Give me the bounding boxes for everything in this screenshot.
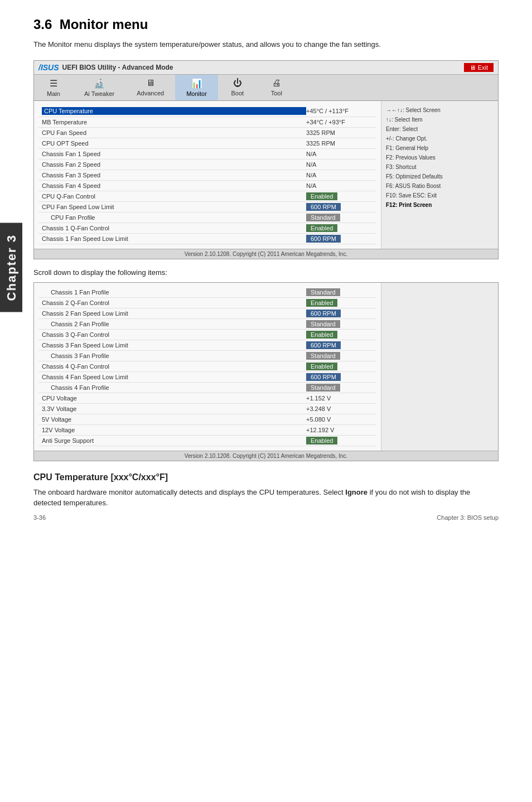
menu-row-cpu-opt[interactable]: CPU OPT Speed 3325 RPM xyxy=(38,138,376,149)
c3-profile-value: Standard xyxy=(306,352,373,359)
c2-low-label: Chassis 2 Fan Speed Low Limit xyxy=(42,310,306,317)
c3-low-value: 600 RPM xyxy=(306,342,373,349)
chassis1-label: Chassis Fan 1 Speed xyxy=(42,151,306,157)
menu-row-c4-profile[interactable]: Chassis 4 Fan Profile Standard xyxy=(38,383,376,393)
menu-row-cpu-fan-low[interactable]: CPU Fan Speed Low Limit 600 RPM xyxy=(38,202,376,212)
menu-row-5v[interactable]: 5V Voltage +5.080 V xyxy=(38,414,376,425)
bios-shortcuts: →←↑↓: Select Screen ↑↓: Select Item Ente… xyxy=(386,105,494,210)
menu-row-c3-profile[interactable]: Chassis 3 Fan Profile Standard xyxy=(38,351,376,361)
nav-tool[interactable]: 🖨 Tool xyxy=(257,75,296,100)
chassis3-label: Chassis Fan 3 Speed xyxy=(42,172,306,178)
c4-qfan-value: Enabled xyxy=(306,363,373,370)
menu-row-chassis2[interactable]: Chassis Fan 2 Speed N/A xyxy=(38,160,376,170)
chapter-label: Chapter xyxy=(4,247,18,301)
bios-exit-button[interactable]: 🖥 Exit xyxy=(464,63,494,72)
chapter-ref: Chapter 3: BIOS setup xyxy=(437,514,499,521)
shortcut-ud: ↑↓: Select Item xyxy=(386,115,494,124)
cpu-fan-profile-value: Standard xyxy=(306,214,373,221)
cpu-fan-low-label: CPU Fan Speed Low Limit xyxy=(42,204,306,210)
chassis1-value: N/A xyxy=(306,151,373,157)
chassis1-low-badge: 600 RPM xyxy=(306,235,341,243)
cpu-temp-value: +45°C / +113°F xyxy=(306,108,373,114)
menu-row-12v[interactable]: 12V Voltage +12.192 V xyxy=(38,425,376,436)
cpu-opt-value: 3325 RPM xyxy=(306,140,373,147)
chassis2-value: N/A xyxy=(306,161,373,168)
cpu-fan-value: 3325 RPM xyxy=(306,129,373,136)
nav-advanced[interactable]: 🖥 Advanced xyxy=(125,75,175,100)
shortcut-f3: F3: Shortcut xyxy=(386,162,494,172)
cpu-temp-desc-text: The onboard hardware monitor automatical… xyxy=(33,488,345,496)
menu-row-chassis1-qfan[interactable]: Chassis 1 Q-Fan Control Enabled xyxy=(38,223,376,234)
nav-monitor[interactable]: 📊 Monitor xyxy=(175,75,218,100)
menu-row-cpu-temp[interactable]: CPU Temperature +45°C / +113°F xyxy=(38,105,376,117)
chassis1-qfan-value: Enabled xyxy=(306,225,373,231)
chapter-number: 3 xyxy=(4,234,18,242)
5v-label: 5V Voltage xyxy=(42,416,306,423)
page-footer: 3-36 Chapter 3: BIOS setup xyxy=(33,514,499,521)
nav-advanced-label: Advanced xyxy=(137,90,164,96)
cpu-fan-low-value: 600 RPM xyxy=(306,204,373,210)
nav-ai-tweaker[interactable]: 🔬 Ai Tweaker xyxy=(73,75,125,100)
c2-low-value: 600 RPM xyxy=(306,310,373,317)
bios-side-panel-1: →←↑↓: Select Screen ↑↓: Select Item Ente… xyxy=(381,101,498,249)
shortcut-f2: F2: Previous Values xyxy=(386,153,494,162)
cpu-qfan-label: CPU Q-Fan Control xyxy=(42,193,306,200)
menu-row-chassis1[interactable]: Chassis Fan 1 Speed N/A xyxy=(38,149,376,160)
menu-row-c2-qfan[interactable]: Chassis 2 Q-Fan Control Enabled xyxy=(38,298,376,308)
nav-monitor-label: Monitor xyxy=(186,90,207,97)
menu-row-c1-profile[interactable]: Chassis 1 Fan Profile Standard xyxy=(38,287,376,298)
chassis1-low-label: Chassis 1 Fan Speed Low Limit xyxy=(42,235,306,242)
menu-row-chassis1-low[interactable]: Chassis 1 Fan Speed Low Limit 600 RPM xyxy=(38,234,376,244)
menu-row-chassis4[interactable]: Chassis Fan 4 Speed N/A xyxy=(38,181,376,191)
chassis2-label: Chassis Fan 2 Speed xyxy=(42,161,306,168)
chassis3-value: N/A xyxy=(306,172,373,178)
bios-main-panel-2: Chassis 1 Fan Profile Standard Chassis 2… xyxy=(34,283,381,451)
c3-low-label: Chassis 3 Fan Speed Low Limit xyxy=(42,342,306,349)
menu-row-mb-temp[interactable]: MB Temperature +34°C / +93°F xyxy=(38,117,376,128)
c3-qfan-value: Enabled xyxy=(306,331,373,338)
cpu-temp-ignore: Ignore xyxy=(345,488,367,496)
c3-profile-badge: Standard xyxy=(306,352,340,360)
bios-nav: ☰ Main 🔬 Ai Tweaker 🖥 Advanced 📊 Monitor… xyxy=(34,75,498,101)
nav-main[interactable]: ☰ Main xyxy=(34,75,73,100)
bios-footer-2: Version 2.10.1208. Copyright (C) 2011 Am… xyxy=(34,451,498,461)
section-title: 3.6 Monitor menu xyxy=(33,17,499,32)
33v-label: 3.3V Voltage xyxy=(42,405,306,412)
section-description: The Monitor menu displays the system tem… xyxy=(33,39,499,50)
c3-low-badge: 600 RPM xyxy=(306,341,341,349)
tool-icon: 🖨 xyxy=(272,78,281,88)
mb-temp-value: +34°C / +93°F xyxy=(306,119,373,125)
menu-row-33v[interactable]: 3.3V Voltage +3.248 V xyxy=(38,404,376,414)
nav-boot[interactable]: ⏻ Boot xyxy=(218,75,257,100)
menu-row-c2-low[interactable]: Chassis 2 Fan Speed Low Limit 600 RPM xyxy=(38,308,376,319)
cpu-fan-profile-label: CPU Fan Profile xyxy=(42,214,306,221)
exit-icon: 🖥 xyxy=(470,64,476,71)
menu-row-c3-low[interactable]: Chassis 3 Fan Speed Low Limit 600 RPM xyxy=(38,340,376,351)
nav-ai-tweaker-label: Ai Tweaker xyxy=(84,90,114,97)
shortcut-f5: F5: Optimized Defaults xyxy=(386,172,494,181)
menu-row-c3-qfan[interactable]: Chassis 3 Q-Fan Control Enabled xyxy=(38,330,376,340)
menu-row-c4-qfan[interactable]: Chassis 4 Q-Fan Control Enabled xyxy=(38,361,376,372)
menu-row-anti-surge[interactable]: Anti Surge Support Enabled xyxy=(38,436,376,446)
section-number: 3.6 xyxy=(33,17,52,32)
shortcut-f12: F12: Print Screen xyxy=(386,200,494,210)
menu-row-cpu-fan-profile[interactable]: CPU Fan Profile Standard xyxy=(38,212,376,223)
5v-value: +5.080 V xyxy=(306,416,373,423)
bios-window-1: /ISUS UEFI BIOS Utility - Advanced Mode … xyxy=(33,60,499,259)
c2-profile-value: Standard xyxy=(306,321,373,327)
33v-value: +3.248 V xyxy=(306,405,373,412)
menu-row-cpu-qfan[interactable]: CPU Q-Fan Control Enabled xyxy=(38,191,376,202)
bios-window-2: Chassis 1 Fan Profile Standard Chassis 2… xyxy=(33,282,499,461)
shortcut-f6: F6: ASUS Ratio Boost xyxy=(386,181,494,191)
menu-row-chassis3[interactable]: Chassis Fan 3 Speed N/A xyxy=(38,170,376,181)
12v-value: +12.192 V xyxy=(306,427,373,433)
menu-row-c2-profile[interactable]: Chassis 2 Fan Profile Standard xyxy=(38,319,376,330)
menu-row-cpu-fan[interactable]: CPU Fan Speed 3325 RPM xyxy=(38,128,376,138)
chapter-sidebar: Chapter 3 xyxy=(0,223,22,312)
menu-row-c4-low[interactable]: Chassis 4 Fan Speed Low Limit 600 RPM xyxy=(38,372,376,383)
12v-label: 12V Voltage xyxy=(42,427,306,433)
menu-row-cpu-voltage[interactable]: CPU Voltage +1.152 V xyxy=(38,393,376,404)
page-number: 3-36 xyxy=(33,514,46,521)
shortcut-f1: F1: General Help xyxy=(386,143,494,153)
chassis4-label: Chassis Fan 4 Speed xyxy=(42,182,306,189)
